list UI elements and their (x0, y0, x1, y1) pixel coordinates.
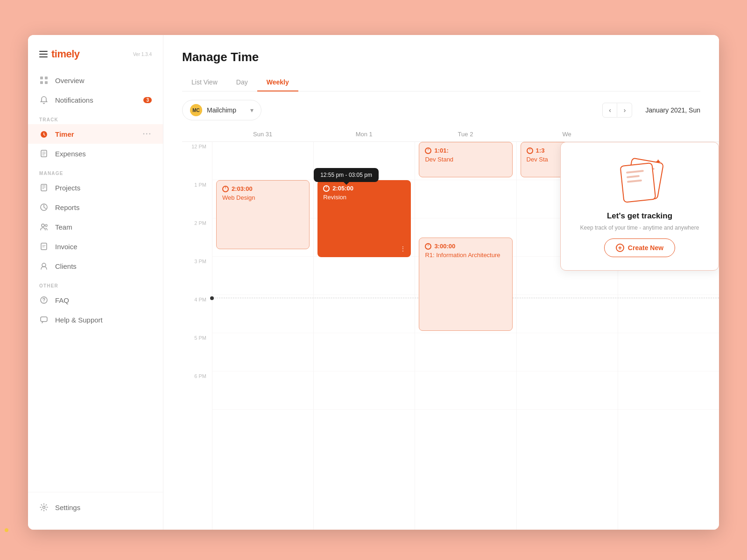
dev-standup-time-val: 1:01: (434, 147, 448, 154)
svg-rect-0 (40, 77, 43, 79)
dev-standup-wed-val: 1:3 (536, 147, 545, 154)
svg-point-16 (43, 506, 45, 509)
tooltip-text: 12:55 pm - 03:05 pm (320, 172, 372, 178)
clients-icon (39, 261, 49, 271)
time-4pm: 4 PM (182, 295, 212, 333)
time-5pm: 5 PM (182, 333, 212, 371)
logo-area: timely (39, 48, 80, 60)
event-time: 2:03:00 (222, 185, 303, 192)
day-header-sun31: Sun 31 (212, 127, 313, 141)
manage-section-label: MANAGE (28, 163, 163, 178)
prev-arrow[interactable]: ‹ (602, 103, 617, 118)
sidebar-item-timer-label: Timer (55, 130, 74, 138)
hamburger-icon[interactable] (39, 51, 48, 57)
day-header-tue2: Tue 2 (415, 127, 516, 141)
dev-standup-title-tue: Dev Stand (425, 156, 506, 163)
gear-icon (39, 503, 49, 512)
dev-standup-time: 1:01: (425, 147, 506, 154)
clock-icon-wed (527, 147, 533, 154)
event-web-design[interactable]: 2:03:00 Web Design (216, 180, 310, 249)
chart-icon (39, 203, 49, 212)
sidebar-item-expenses[interactable]: Expenses (28, 144, 163, 163)
settings-label: Settings (55, 504, 80, 511)
timer-icon (39, 129, 49, 139)
sidebar-item-settings[interactable]: Settings (39, 498, 152, 517)
web-design-time: 2:03:00 (232, 185, 253, 192)
sidebar-item-help-support[interactable]: Help & Support (28, 310, 163, 329)
calendar-grid: Sun 31 Mon 1 Tue 2 We 12 PM 1 PM 2 PM 3 … (163, 127, 719, 530)
svg-rect-2 (40, 81, 43, 84)
revision-time: 2:05:00 (332, 185, 353, 192)
tracking-popup-title: Let's get tracking (607, 211, 672, 221)
sidebar-item-overview[interactable]: Overview (28, 70, 163, 90)
day-headers: Sun 31 Mon 1 Tue 2 We (182, 127, 719, 142)
next-arrow[interactable]: › (617, 103, 632, 118)
event-tooltip: 12:55 pm - 03:05 pm (314, 168, 379, 182)
chat-icon (39, 315, 49, 324)
day-header-extra (618, 127, 719, 141)
day-header-mon1: Mon 1 (313, 127, 415, 141)
r1-title: R1: Information Architecture (425, 252, 506, 259)
event-r1-info[interactable]: 3:00:00 R1: Information Architecture (419, 238, 512, 331)
sidebar-item-expenses-label: Expenses (55, 150, 86, 158)
time-6pm: 6 PM (182, 371, 212, 410)
sidebar-item-team-label: Team (55, 223, 72, 231)
sidebar-item-reports[interactable]: Reports (28, 197, 163, 217)
sidebar-item-timer[interactable]: Timer ··· (28, 124, 163, 144)
day-header-wed: We (516, 127, 618, 141)
time-3pm: 3 PM (182, 257, 212, 295)
sidebar-item-invoice-label: Invoice (55, 243, 78, 251)
grid-icon (39, 76, 49, 85)
sidebar-item-invoice[interactable]: Invoice (28, 237, 163, 256)
app-logo: timely (51, 48, 80, 60)
sidebar-item-faq[interactable]: FAQ (28, 290, 163, 310)
main-content: Manage Time List View Day Weekly MC Mail… (163, 35, 719, 530)
sidebar-item-clients[interactable]: Clients (28, 256, 163, 276)
view-tabs: List View Day Weekly (182, 74, 700, 91)
sidebar-item-team[interactable]: Team (28, 217, 163, 237)
create-new-button[interactable]: + Create New (604, 238, 675, 257)
event-time-revision: 2:05:00 (323, 185, 405, 192)
page-title: Manage Time (182, 50, 700, 64)
illus-card-front (620, 162, 656, 203)
people-icon (39, 222, 49, 231)
event-revision[interactable]: 2:05:00 Revision ⋮ (317, 180, 411, 257)
time-1pm: 1 PM (182, 180, 212, 218)
tracking-popup-subtitle: Keep track of your time - anytime and an… (580, 224, 699, 231)
time-2pm: 2 PM (182, 218, 212, 257)
sidebar-item-reports-label: Reports (55, 203, 80, 211)
clock-icon (222, 186, 229, 192)
sidebar-item-faq-label: FAQ (55, 296, 69, 304)
clock-icon-revision (323, 185, 330, 192)
other-section-label: OTHER (28, 276, 163, 290)
sidebar-item-overview-label: Overview (55, 77, 85, 84)
client-selector[interactable]: MC Mailchimp ▾ (182, 100, 261, 120)
sidebar: timely Ver 1.3.4 Overview (28, 35, 163, 530)
clock-icon-r1 (425, 243, 431, 250)
tab-day[interactable]: Day (227, 74, 257, 91)
app-container: timely Ver 1.3.4 Overview (28, 35, 719, 530)
tab-list-view[interactable]: List View (182, 74, 227, 91)
timer-options-icon[interactable]: ··· (143, 130, 152, 138)
sidebar-item-projects[interactable]: Projects (28, 178, 163, 197)
notifications-badge: 3 (143, 97, 152, 103)
time-labels: 12 PM 1 PM 2 PM 3 PM 4 PM 5 PM 6 PM (182, 142, 212, 530)
sidebar-item-projects-label: Projects (55, 184, 80, 192)
clock-icon-dev (425, 147, 431, 154)
tracking-illustration: ✦ (616, 157, 663, 204)
r1-time: 3:00:00 (425, 243, 506, 250)
sidebar-item-help-label: Help & Support (55, 316, 103, 324)
event-dev-standup-tue[interactable]: 1:01: Dev Stand (419, 142, 512, 177)
svg-rect-15 (41, 317, 47, 322)
sidebar-item-notifications-label: Notifications (55, 96, 93, 104)
svg-rect-7 (41, 184, 47, 191)
sidebar-item-notifications[interactable]: Notifications 3 (28, 90, 163, 110)
event-options-icon[interactable]: ⋮ (400, 245, 406, 252)
column-tue2: 1:01: Dev Stand 3:00:00 R1: Information … (415, 142, 516, 530)
track-section-label: TRACK (28, 110, 163, 124)
time-12pm: 12 PM (182, 142, 212, 180)
chevron-down-icon: ▾ (250, 106, 254, 114)
tab-weekly[interactable]: Weekly (257, 74, 298, 91)
invoice-icon (39, 242, 49, 251)
question-icon (39, 295, 49, 305)
